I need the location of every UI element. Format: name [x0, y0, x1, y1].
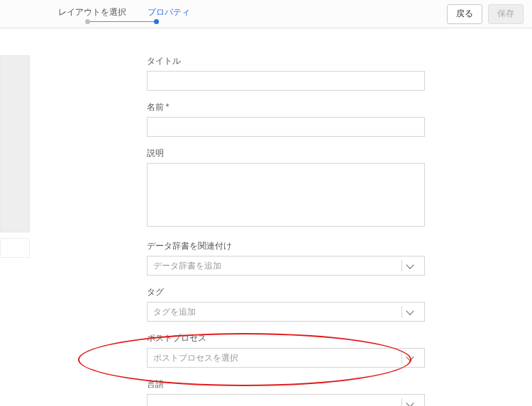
field-tags: タグ タグを追加	[147, 286, 425, 322]
properties-form: タイトル 名前 * 説明 データ辞書を関連付け データ辞書を追加 タグ	[147, 55, 425, 406]
left-thumbnail-pane	[0, 28, 39, 406]
label-postprocess: ポストプロセス	[147, 332, 425, 344]
input-description[interactable]	[147, 163, 425, 227]
select-language[interactable]	[147, 394, 425, 406]
save-button: 保存	[488, 4, 523, 24]
layout-thumbnail-blank[interactable]	[0, 238, 30, 258]
chevron-wrap	[401, 352, 419, 363]
step-dot-done	[85, 19, 90, 24]
chevron-down-icon	[406, 353, 414, 361]
select-datadict-placeholder: データ辞書を追加	[153, 260, 401, 272]
field-description: 説明	[147, 147, 425, 230]
label-description: 説明	[147, 147, 425, 159]
form-area: タイトル 名前 * 説明 データ辞書を関連付け データ辞書を追加 タグ	[39, 28, 532, 406]
chevron-wrap	[401, 306, 419, 317]
step-dot-active	[154, 19, 159, 24]
step-properties-label: プロパティ	[148, 6, 190, 18]
label-title: タイトル	[147, 55, 425, 67]
chevron-down-icon	[406, 399, 414, 406]
label-datadict: データ辞書を関連付け	[147, 240, 425, 252]
field-postprocess: ポストプロセス ポストプロセスを選択	[147, 332, 425, 368]
chevron-wrap	[401, 398, 419, 406]
header-buttons: 戻る 保存	[447, 4, 523, 24]
back-button[interactable]: 戻る	[447, 4, 482, 24]
chevron-down-icon	[406, 261, 414, 269]
field-datadict: データ辞書を関連付け データ辞書を追加	[147, 240, 425, 276]
layout-thumbnail[interactable]	[0, 55, 30, 232]
field-name: 名前 *	[147, 101, 425, 137]
step-indicator: レイアウトを選択 プロパティ	[58, 6, 190, 21]
label-name: 名前 *	[147, 101, 425, 113]
select-postprocess[interactable]: ポストプロセスを選択	[147, 348, 425, 368]
top-header: レイアウトを選択 プロパティ 戻る 保存	[0, 0, 532, 28]
step-dots-row	[85, 19, 159, 24]
label-name-text: 名前	[147, 102, 164, 112]
select-postprocess-placeholder: ポストプロセスを選択	[153, 352, 401, 364]
field-title: タイトル	[147, 55, 425, 91]
select-datadict[interactable]: データ辞書を追加	[147, 256, 425, 276]
step-layout-label: レイアウトを選択	[58, 6, 126, 18]
chevron-wrap	[401, 260, 419, 271]
select-tags-placeholder: タグを追加	[153, 306, 401, 318]
input-name[interactable]	[147, 117, 425, 137]
field-language: 言語	[147, 378, 425, 406]
select-tags[interactable]: タグを追加	[147, 302, 425, 322]
chevron-down-icon	[406, 307, 414, 315]
label-language: 言語	[147, 378, 425, 390]
required-marker: *	[166, 102, 170, 112]
input-title[interactable]	[147, 71, 425, 91]
body: タイトル 名前 * 説明 データ辞書を関連付け データ辞書を追加 タグ	[0, 28, 532, 406]
label-tags: タグ	[147, 286, 425, 298]
step-connector	[90, 21, 154, 22]
